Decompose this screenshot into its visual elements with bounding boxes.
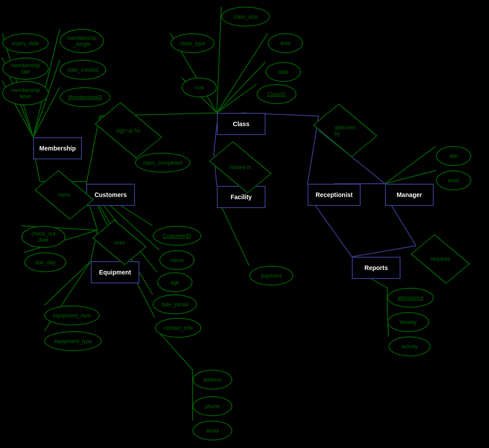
attr-class_size: class_size	[221, 7, 270, 27]
rel-sign_up_for: sign up for	[100, 116, 157, 145]
entity-facility: Facility	[217, 186, 266, 208]
rel-approves_by: approvesby	[319, 116, 372, 145]
entity-customers: Customers	[86, 184, 135, 206]
entity-reports: Reports	[352, 257, 400, 279]
attr-membershipid: MembershipID	[60, 87, 111, 107]
attr-equipment_type: equipment_type	[44, 331, 102, 351]
attr-equipment_num: equipment_num	[44, 305, 100, 325]
attr-attendance: attendance	[387, 288, 434, 308]
attr-date: date	[266, 62, 301, 82]
attr-level: level	[436, 170, 471, 190]
rel-hosted_in: hosted in	[214, 154, 267, 181]
attr-membership_length: membership_length	[60, 29, 104, 53]
attr-date_joined: date_joined	[153, 294, 197, 314]
attr-contact_info: contact_info	[155, 318, 201, 338]
attr-classid: ClassID	[257, 84, 296, 104]
attr-customerid: CustomerID	[153, 226, 201, 246]
rel-requires: requires	[416, 246, 465, 272]
attr-payment: payment	[249, 266, 293, 286]
attr-membership_rate: membershiprate	[2, 58, 49, 80]
entity-equipment: Equipment	[91, 261, 139, 283]
attr-check_out_date: check_outdate	[21, 226, 65, 248]
attr-expiry_date: expiry_date	[2, 33, 49, 53]
rel-owns: owns	[40, 182, 89, 208]
attr-date_created: date_created	[60, 60, 106, 80]
attr-email: email	[193, 421, 232, 440]
attr-weekly: Weekly	[387, 312, 429, 332]
attr-phone: phone	[193, 396, 232, 416]
attr-age: age	[157, 272, 193, 292]
attr-activity: activity	[389, 336, 431, 356]
attr-name: name	[159, 250, 195, 270]
attr-due_day: due_day	[24, 252, 66, 272]
attr-membership_level: membershiplevel	[2, 81, 49, 105]
attr-address: address	[193, 370, 232, 390]
attr-title: title	[436, 146, 471, 166]
attr-class_completed: class_completed	[135, 153, 190, 173]
attr-class_type: class_type	[170, 33, 215, 53]
entity-manager: Manager	[385, 184, 434, 206]
entity-receptionist: Receptionist	[308, 184, 361, 206]
entity-membership: Membership	[33, 137, 82, 159]
attr-time: time	[268, 33, 303, 53]
attr-cost: cost	[181, 77, 217, 97]
rel-uses: uses	[97, 230, 142, 255]
entity-class: Class	[217, 113, 266, 135]
